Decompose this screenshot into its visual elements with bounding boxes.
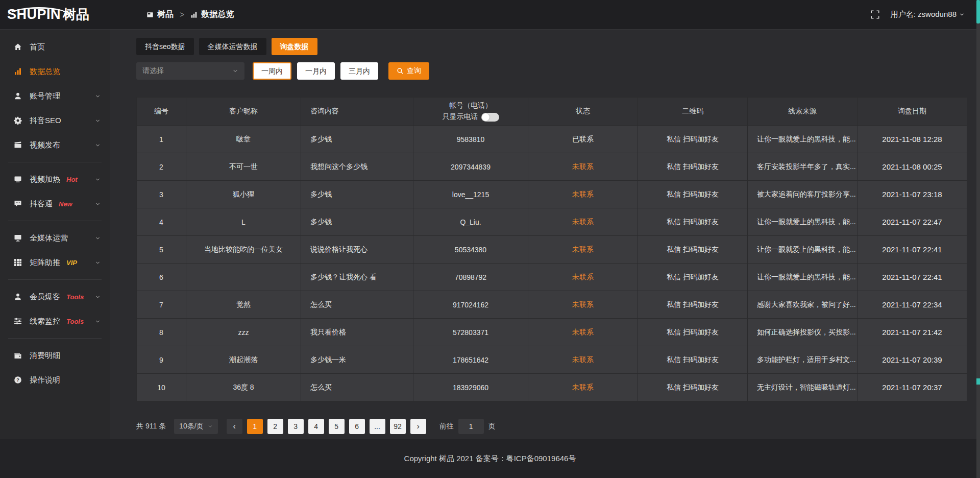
cell-source-link[interactable]: 感谢大家喜欢我家，被问了好... [748, 291, 857, 319]
sidebar-item-data-overview[interactable]: 数据总览 [0, 59, 110, 84]
username-label[interactable]: 用户名: zswodun88 [891, 10, 957, 19]
cell-qrcode-link[interactable]: 私信 扫码加好友 [638, 291, 748, 319]
cell-content: 多少钱 [301, 126, 413, 153]
period-button-0[interactable]: 一周内 [253, 62, 291, 80]
page-button-more[interactable]: ... [370, 419, 385, 434]
page-size-select[interactable]: 10条/页 [174, 419, 217, 434]
chevron-down-icon [95, 177, 101, 182]
period-button-2[interactable]: 三月内 [340, 62, 378, 80]
cell-source-link[interactable]: 多功能护栏灯，适用于乡村文... [748, 346, 857, 374]
member-icon [13, 293, 22, 301]
cell-date: 2021-11-07 22:41 [857, 264, 967, 291]
next-page-button[interactable]: › [410, 419, 426, 434]
sidebar-item-account-manage[interactable]: 账号管理 [0, 84, 110, 108]
cell-account: 178651642 [413, 346, 528, 374]
cell-nickname: 潮起潮落 [186, 346, 301, 374]
app-screen: SHUPIN树品 树品 > 数据总览 用户名: zswodun88 首页数据总览… [0, 0, 980, 478]
tab-1[interactable]: 全媒体运营数据 [199, 38, 266, 55]
cell-qrcode-link[interactable]: 私信 扫码加好友 [638, 264, 748, 291]
cell-qrcode-link[interactable]: 私信 扫码加好友 [638, 153, 748, 181]
divider [8, 221, 102, 221]
page-button-3[interactable]: 3 [288, 419, 304, 434]
cell-qrcode-link[interactable]: 私信 扫码加好友 [638, 181, 748, 208]
page-button-5[interactable]: 5 [329, 419, 345, 434]
publish-icon [13, 141, 22, 149]
col-header-qrcode: 二维码 [638, 98, 748, 126]
sidebar-item-video-heat[interactable]: 视频加热Hot [0, 167, 110, 192]
cell-content: 多少钱 [301, 208, 413, 236]
table-row: 5当地比较能吃的一位美女说说价格让我死心50534380未联系私信 扫码加好友让… [137, 236, 967, 264]
cell-source-link[interactable]: 让你一眼就爱上的黑科技，能... [748, 264, 857, 291]
copyright-text: Copyright 树品 2021 备案号：粤ICP备09019646号 [404, 454, 576, 464]
cell-date: 2021-11-07 22:41 [857, 236, 967, 264]
chevron-down-icon[interactable] [959, 12, 965, 17]
sidebar-item-media-ops[interactable]: 全媒体运营 [0, 226, 110, 250]
cell-qrcode-link[interactable]: 私信 扫码加好友 [638, 319, 748, 346]
cell-status: 未联系 [528, 153, 638, 181]
breadcrumb-item-home[interactable]: 树品 [157, 9, 174, 20]
page-buttons: 123456...92 [242, 419, 406, 434]
fullscreen-icon[interactable] [871, 10, 879, 19]
sidebar-item-consume-detail[interactable]: 消费明细 [0, 343, 110, 368]
cell-num: 7 [137, 291, 186, 319]
sidebar-item-matrix-boost[interactable]: 矩阵助推VIP [0, 250, 110, 275]
grid-icon [13, 258, 22, 267]
scrollbar[interactable] [976, 0, 980, 478]
page-button-92[interactable]: 92 [390, 419, 406, 434]
tab-0[interactable]: 抖音seo数据 [136, 38, 194, 55]
sidebar-item-label: 全媒体运营 [30, 233, 68, 243]
sidebar-item-member-baoke[interactable]: 会员爆客Tools [0, 284, 110, 309]
table-row: 3狐小狸多少钱love__1215未联系私信 扫码加好友被大家追着问的客厅投影分… [137, 181, 967, 208]
cell-status: 未联系 [528, 319, 638, 346]
sidebar-item-home[interactable]: 首页 [0, 35, 110, 59]
chevron-down-icon [95, 235, 101, 241]
page-button-4[interactable]: 4 [308, 419, 324, 434]
goto-page-input[interactable] [458, 419, 484, 434]
sidebar-item-douketong[interactable]: 抖客通New [0, 192, 110, 216]
cell-date: 2021-11-07 20:37 [857, 374, 967, 401]
scrollbar-thumb[interactable] [976, 0, 980, 23]
sidebar-item-help[interactable]: ?操作说明 [0, 368, 110, 392]
cell-source-link[interactable]: 被大家追着问的客厅投影分享... [748, 181, 857, 208]
cell-qrcode-link[interactable]: 私信 扫码加好友 [638, 374, 748, 401]
chevron-down-icon [95, 260, 101, 266]
cell-qrcode-link[interactable]: 私信 扫码加好友 [638, 236, 748, 264]
cell-source-link[interactable]: 让你一眼就爱上的黑科技，能... [748, 208, 857, 236]
page-button-1[interactable]: 1 [247, 419, 263, 434]
cell-source-link[interactable]: 让你一眼就爱上的黑科技，能... [748, 126, 857, 153]
prev-page-button[interactable]: ‹ [227, 419, 242, 434]
sidebar-item-label: 操作说明 [30, 375, 60, 385]
phone-only-toggle[interactable] [481, 113, 499, 122]
cell-nickname: 狐小狸 [186, 181, 301, 208]
page-button-6[interactable]: 6 [349, 419, 365, 434]
cell-source-link[interactable]: 无主灯设计，智能磁吸轨道灯... [748, 374, 857, 401]
sidebar: 首页数据总览账号管理抖音SEO视频发布视频加热Hot抖客通New全媒体运营矩阵助… [0, 30, 110, 478]
filter-select[interactable]: 请选择 [136, 62, 244, 80]
page-button-2[interactable]: 2 [267, 419, 283, 434]
sidebar-item-label: 矩阵助推 [30, 258, 60, 268]
cell-date: 2021-11-08 12:28 [857, 126, 967, 153]
cell-qrcode-link[interactable]: 私信 扫码加好友 [638, 208, 748, 236]
cell-source-link[interactable]: 让你一眼就爱上的黑科技，能... [748, 236, 857, 264]
cell-account: 50534380 [413, 236, 528, 264]
period-button-1[interactable]: 一月内 [297, 62, 335, 80]
cell-date: 2021-11-07 22:34 [857, 291, 967, 319]
cell-source-link[interactable]: 如何正确选择投影仪，买投影... [748, 319, 857, 346]
cell-nickname: 觉然 [186, 291, 301, 319]
cell-qrcode-link[interactable]: 私信 扫码加好友 [638, 126, 748, 153]
sidebar-item-clue-monitor[interactable]: 线索监控Tools [0, 309, 110, 333]
cell-qrcode-link[interactable]: 私信 扫码加好友 [638, 346, 748, 374]
sidebar-item-badge: VIP [66, 259, 77, 267]
sidebar-item-douyin-seo[interactable]: 抖音SEO [0, 108, 110, 133]
logo[interactable]: SHUPIN树品 [0, 6, 110, 23]
next-page-arrow: › [416, 422, 419, 431]
sidebar-item-video-publish[interactable]: 视频发布 [0, 133, 110, 157]
sidebar-nav: 首页数据总览账号管理抖音SEO视频发布视频加热Hot抖客通New全媒体运营矩阵助… [0, 30, 110, 392]
search-button[interactable]: 查询 [388, 62, 429, 80]
chevron-down-icon [95, 201, 101, 207]
table-row: 2不可一世我想问这个多少钱2097344839未联系私信 扫码加好友客厅安装投影… [137, 153, 967, 181]
cell-nickname: zzz [186, 319, 301, 346]
cell-num: 9 [137, 346, 186, 374]
tab-2-active[interactable]: 询盘数据 [272, 38, 317, 55]
cell-source-link[interactable]: 客厅安装投影半年多了，真实... [748, 153, 857, 181]
